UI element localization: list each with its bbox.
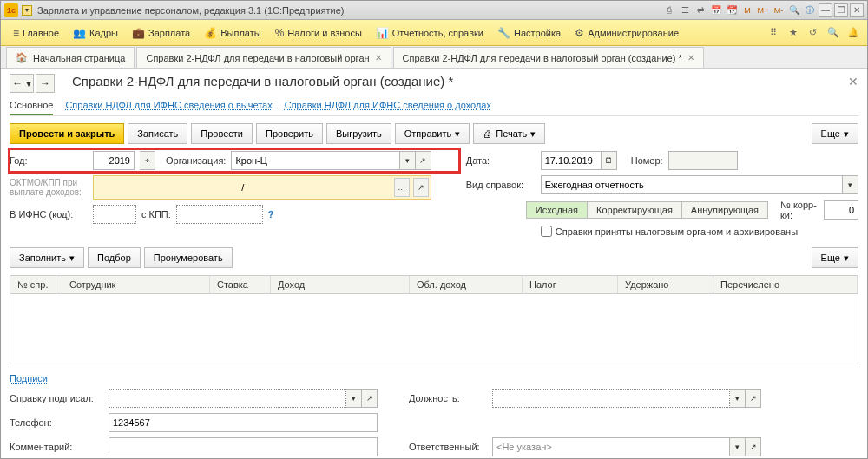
corr-input[interactable]	[824, 200, 858, 220]
signed-open-button[interactable]: ↗	[362, 389, 378, 408]
menu-salary[interactable]: 💼Зарплата	[125, 23, 197, 43]
seg-original[interactable]: Исходная	[527, 202, 588, 218]
archived-checkbox[interactable]: Справки приняты налоговым органом и архи…	[541, 226, 798, 237]
th-income[interactable]: Доход	[271, 276, 410, 293]
bell-icon[interactable]: 🔔	[845, 24, 862, 42]
tab-ndfl-create-label: Справки 2-НДФЛ для передачи в налоговый …	[403, 53, 682, 63]
subtab-income[interactable]: Справки НДФЛ для ИФНС сведения о доходах	[285, 96, 491, 115]
number-input[interactable]	[668, 151, 738, 170]
th-taxable[interactable]: Обл. доход	[410, 276, 523, 293]
oktmo-open-button[interactable]: ↗	[413, 178, 429, 197]
subtab-main[interactable]: Основное	[10, 96, 53, 115]
subtab-deductions[interactable]: Справки НДФЛ для ИФНС сведения о вычетах	[65, 96, 272, 115]
signed-dropdown-button[interactable]: ▾	[346, 389, 362, 408]
position-dropdown-button[interactable]: ▾	[730, 389, 746, 408]
signed-input[interactable]	[108, 389, 346, 408]
org-open-button[interactable]: ↗	[416, 151, 431, 170]
send-button-label: Отправить	[404, 128, 452, 139]
fill-button[interactable]: Заполнить ▾	[10, 247, 84, 268]
seg-annul[interactable]: Аннулирующая	[682, 202, 767, 218]
ifns-input[interactable]	[93, 205, 136, 224]
mminus-icon[interactable]: M-	[772, 3, 786, 17]
post-button[interactable]: Провести	[191, 123, 253, 144]
calc-icon[interactable]: 📅	[709, 3, 723, 17]
m-icon[interactable]: M	[740, 3, 754, 17]
page-close-button[interactable]: ✕	[848, 75, 858, 89]
menu-taxes[interactable]: %Налоги и взносы	[268, 23, 369, 43]
resp-dropdown-button[interactable]: ▾	[730, 437, 746, 456]
table-body[interactable]	[10, 294, 858, 364]
send-button[interactable]: Отправить ▾	[395, 123, 470, 144]
th-tax[interactable]: Налог	[523, 276, 618, 293]
info-icon[interactable]: ⓘ	[803, 3, 817, 17]
doc-icon[interactable]: ☰	[678, 3, 692, 17]
th-transferred[interactable]: Перечислено	[713, 276, 858, 293]
org-dropdown-button[interactable]: ▾	[400, 151, 416, 170]
year-spinner[interactable]: ÷	[140, 151, 155, 170]
resp-open-button[interactable]: ↗	[746, 437, 761, 456]
write-button[interactable]: Записать	[128, 123, 187, 144]
position-input[interactable]	[492, 389, 730, 408]
tab-start-page[interactable]: 🏠Начальная страница	[6, 47, 135, 68]
close-icon[interactable]: ✕	[375, 53, 382, 62]
kind-dropdown-button[interactable]: ▾	[843, 175, 858, 194]
money-icon: 💼	[132, 27, 145, 39]
comment-input[interactable]	[108, 437, 378, 456]
year-input[interactable]	[93, 151, 135, 170]
history-icon[interactable]: ↺	[805, 24, 822, 42]
signatures-link[interactable]: Подписи	[10, 373, 48, 384]
org-input[interactable]	[231, 151, 399, 170]
number-button[interactable]: Пронумеровать	[144, 247, 233, 268]
table-more-button[interactable]: Еще ▾	[812, 247, 858, 268]
close-button[interactable]: ✕	[850, 3, 864, 17]
comment-label: Комментарий:	[10, 442, 103, 452]
th-employee[interactable]: Сотрудник	[62, 276, 210, 293]
menu-main[interactable]: ≡Главное	[6, 23, 66, 43]
tab-ndfl-create[interactable]: Справки 2-НДФЛ для передачи в налоговый …	[393, 47, 704, 68]
th-rate[interactable]: Ставка	[210, 276, 271, 293]
post-and-close-button[interactable]: Провести и закрыть	[10, 123, 124, 144]
oktmo-input[interactable]	[95, 178, 391, 197]
kind-input[interactable]	[541, 175, 843, 194]
kpp-input[interactable]	[176, 205, 263, 224]
kpp-label: с КПП:	[141, 209, 171, 220]
print-button[interactable]: 🖨 Печать ▾	[473, 123, 545, 144]
menu-reports[interactable]: 📊Отчетность, справки	[369, 23, 490, 43]
menu-payments[interactable]: 💰Выплаты	[197, 23, 267, 43]
help-icon[interactable]: ?	[268, 209, 274, 220]
date-picker-button[interactable]: 🗓	[602, 151, 617, 170]
th-withheld[interactable]: Удержано	[618, 276, 713, 293]
back-button[interactable]: ← ▾	[10, 74, 34, 93]
position-label: Должность:	[409, 393, 487, 403]
maximize-button[interactable]: ❐	[834, 3, 848, 17]
phone-input[interactable]	[108, 413, 378, 432]
date-input[interactable]	[541, 151, 602, 170]
forward-button[interactable]: →	[36, 74, 55, 93]
zoom-icon[interactable]: 🔍	[787, 3, 801, 17]
menu-personnel[interactable]: 👥Кадры	[66, 23, 125, 43]
menu-settings[interactable]: 🔧Настройка	[490, 23, 568, 43]
mplus-icon[interactable]: M+	[756, 3, 770, 17]
menu-admin[interactable]: ⚙Администрирование	[568, 23, 686, 43]
apps-icon[interactable]: ⠿	[765, 24, 782, 42]
resp-input[interactable]	[492, 437, 730, 456]
check-button[interactable]: Проверить	[256, 123, 323, 144]
window-title: Зарплата и управление персоналом, редакц…	[37, 5, 662, 16]
link-icon[interactable]: ⇄	[694, 3, 707, 17]
th-number[interactable]: № спр.	[10, 276, 62, 293]
oktmo-select-button[interactable]: …	[394, 178, 410, 197]
position-open-button[interactable]: ↗	[746, 389, 761, 408]
app-menu-dropdown[interactable]: ▾	[22, 5, 32, 16]
archived-checkbox-input[interactable]	[541, 226, 552, 237]
print-icon[interactable]: ⎙	[662, 3, 676, 17]
export-button[interactable]: Выгрузить	[326, 123, 391, 144]
more-button[interactable]: Еще ▾	[812, 123, 858, 144]
search-icon[interactable]: 🔍	[825, 24, 842, 42]
star-icon[interactable]: ★	[785, 24, 802, 42]
tab-ndfl-list[interactable]: Справки 2-НДФЛ для передачи в налоговый …	[136, 47, 391, 68]
select-button[interactable]: Подбор	[88, 247, 141, 268]
minimize-button[interactable]: —	[819, 3, 832, 17]
calendar-icon[interactable]: 📆	[725, 3, 739, 17]
seg-correcting[interactable]: Корректирующая	[588, 202, 682, 218]
close-icon[interactable]: ✕	[687, 53, 694, 62]
